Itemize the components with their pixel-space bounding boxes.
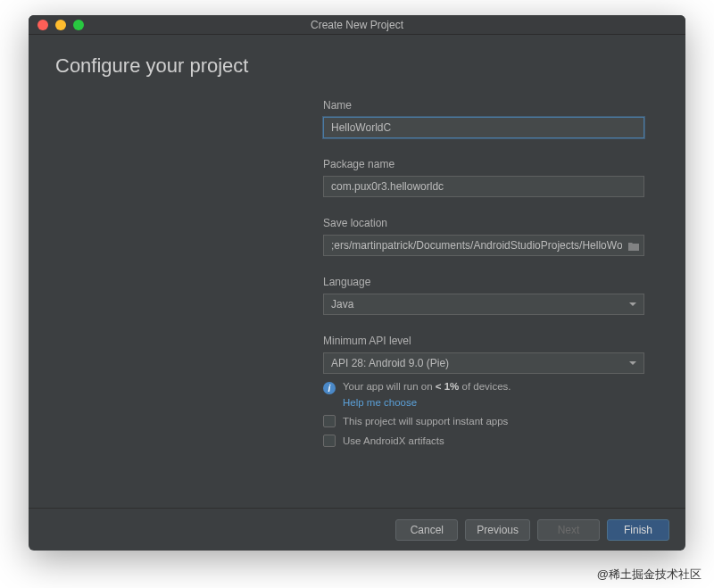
name-input[interactable] bbox=[323, 117, 644, 138]
language-select[interactable]: Java bbox=[323, 294, 644, 315]
api-info-row: i Your app will run on < 1% of devices. bbox=[323, 381, 644, 394]
chevron-down-icon bbox=[629, 361, 636, 365]
instant-apps-label: This project will support instant apps bbox=[343, 416, 508, 427]
form: Name Package name Save location Language bbox=[323, 99, 644, 447]
androidx-row[interactable]: Use AndroidX artifacts bbox=[323, 435, 644, 447]
traffic-lights bbox=[29, 20, 84, 30]
package-input[interactable] bbox=[323, 176, 644, 197]
previous-button[interactable]: Previous bbox=[465, 519, 530, 541]
browse-folder-icon[interactable] bbox=[627, 239, 640, 250]
minimize-icon[interactable] bbox=[55, 20, 66, 30]
name-label: Name bbox=[323, 99, 644, 112]
page-title: Configure your project bbox=[55, 54, 659, 78]
language-label: Language bbox=[323, 276, 644, 288]
footer-buttons: Cancel Previous Next Finish bbox=[29, 508, 685, 551]
androidx-checkbox[interactable] bbox=[323, 435, 336, 447]
field-save-location: Save location bbox=[323, 217, 644, 256]
window-title: Create New Project bbox=[29, 19, 685, 31]
field-api-level: Minimum API level API 28: Android 9.0 (P… bbox=[323, 335, 644, 447]
api-level-label: Minimum API level bbox=[323, 335, 644, 347]
help-me-choose-link[interactable]: Help me choose bbox=[343, 397, 644, 408]
info-icon: i bbox=[323, 382, 336, 394]
androidx-label: Use AndroidX artifacts bbox=[343, 435, 444, 446]
content-area: Configure your project Name Package name… bbox=[29, 35, 685, 508]
dialog-window: Create New Project Configure your projec… bbox=[29, 15, 685, 551]
instant-apps-row[interactable]: This project will support instant apps bbox=[323, 415, 644, 427]
field-name: Name bbox=[323, 99, 644, 138]
package-label: Package name bbox=[323, 158, 644, 170]
api-info-text: Your app will run on < 1% of devices. bbox=[343, 381, 511, 392]
save-location-label: Save location bbox=[323, 217, 644, 229]
cancel-button[interactable]: Cancel bbox=[395, 519, 458, 541]
field-language: Language Java bbox=[323, 276, 644, 315]
next-button: Next bbox=[537, 519, 600, 541]
language-value: Java bbox=[331, 298, 353, 311]
titlebar: Create New Project bbox=[29, 15, 685, 35]
api-level-select[interactable]: API 28: Android 9.0 (Pie) bbox=[323, 352, 644, 374]
api-level-value: API 28: Android 9.0 (Pie) bbox=[331, 357, 449, 369]
save-location-input[interactable] bbox=[323, 235, 644, 256]
watermark: @稀土掘金技术社区 bbox=[597, 567, 702, 583]
close-icon[interactable] bbox=[37, 20, 48, 30]
finish-button[interactable]: Finish bbox=[607, 519, 669, 541]
instant-apps-checkbox[interactable] bbox=[323, 415, 336, 427]
zoom-icon[interactable] bbox=[73, 20, 84, 30]
chevron-down-icon bbox=[629, 302, 636, 306]
field-package: Package name bbox=[323, 158, 644, 197]
